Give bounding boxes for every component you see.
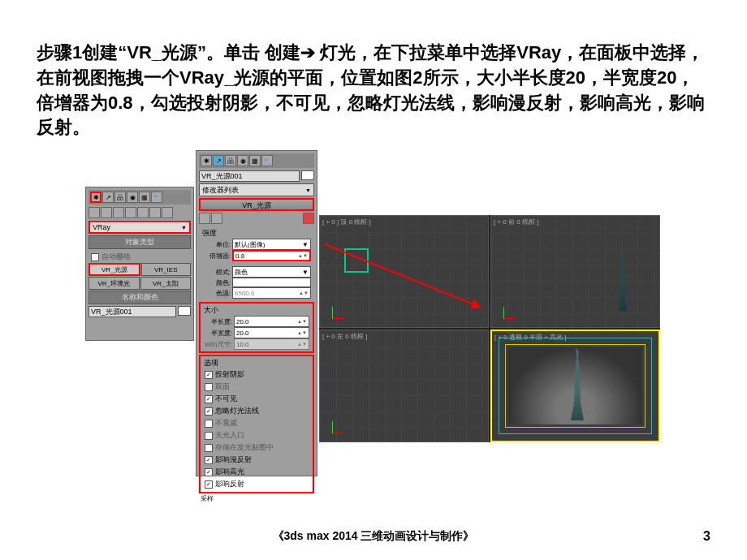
utilities-tab2-icon[interactable]: 🔧 (261, 155, 273, 166)
cast-shadow-row[interactable]: ✓投射阴影 (202, 368, 311, 381)
temp-label: 色温: (202, 289, 231, 298)
no-decay-checkbox[interactable] (205, 420, 213, 428)
name-color-header: 名称和颜色 (89, 291, 191, 304)
affect-refl-row[interactable]: ✓影响反射 (202, 478, 311, 490)
object-name-input[interactable] (89, 306, 176, 317)
store-irr-checkbox[interactable] (205, 444, 213, 452)
cameras-icon[interactable] (125, 207, 136, 218)
invisible-checkbox[interactable]: ✓ (205, 395, 213, 403)
pin-icon[interactable] (199, 213, 210, 224)
display-tab2-icon[interactable]: ▦ (249, 155, 261, 166)
vr-ies-button[interactable]: VR_IES (141, 263, 192, 276)
motion-tab-icon[interactable]: ◉ (127, 192, 138, 203)
affect-diffuse-row[interactable]: ✓影响漫反射 (202, 454, 311, 466)
color-label: 颜色: (202, 278, 231, 287)
autogrid-row[interactable]: 自动栅格 (89, 251, 191, 263)
unit-dropdown[interactable]: 默认(图像)▼ (232, 239, 311, 250)
viewports: [ + 0 ] 顶 0 线框 ] [ + 0 前 0 线框 ] [ + 0 左 … (319, 215, 660, 442)
size-label: 大小 (202, 305, 311, 316)
create-panel: ✱ ↗ 品 ◉ ▦ 🔧 VRay▼ 对象类型 (85, 187, 194, 341)
store-irr-row[interactable]: 存储在发光贴图中 (202, 442, 311, 454)
invisible-row[interactable]: ✓不可见 (202, 393, 311, 405)
multiplier-input[interactable]: 0.8▲▼ (232, 250, 311, 261)
affect-spec-checkbox[interactable]: ✓ (205, 468, 213, 476)
screenshot-composite: ✱ ↗ 品 ◉ ▦ 🔧 VRay▼ 对象类型 (85, 150, 710, 476)
create-tab-icon[interactable]: ✱ (90, 192, 101, 203)
perspective-viewport[interactable]: [ + 0 透视 0 平滑 + 高光 ] (490, 330, 660, 442)
left-viewport[interactable]: [ + 0 左 0 线框 ] (319, 330, 489, 442)
shapes-icon[interactable] (101, 207, 112, 218)
geometry-icon[interactable] (89, 207, 100, 218)
hierarchy-tab2-icon[interactable]: 品 (225, 155, 236, 166)
systems-icon[interactable] (162, 207, 173, 218)
config-icon[interactable] (303, 213, 314, 224)
slide-title: 步骤1创建“VR_光源”。单击 创建➔ 灯光，在下拉菜单中选择VRay，在面板中… (37, 41, 710, 140)
multiplier-label: 倍增器: (202, 252, 231, 261)
hierarchy-tab-icon[interactable]: 品 (114, 192, 126, 203)
front-viewport[interactable]: [ + 0 前 0 线框 ] (490, 215, 660, 328)
lights-icon[interactable] (113, 207, 124, 218)
autogrid-checkbox[interactable] (91, 253, 99, 261)
modify-panel: ✱ ↗ 品 ◉ ▦ 🔧 修改器列表▼ VR_光源 (196, 150, 317, 476)
footer: 《3ds max 2014 三维动画设计与制作》 3 (0, 529, 747, 544)
halflen-label: 半长度: (204, 317, 232, 326)
main-tabs: ✱ ↗ 品 ◉ ▦ 🔧 (89, 190, 191, 205)
mod-name-input[interactable] (199, 170, 300, 182)
options-label: 选项 (202, 358, 311, 368)
renderer-dropdown[interactable]: VRay▼ (89, 221, 191, 234)
panel2-tabs: ✱ ↗ 品 ◉ ▦ 🔧 (199, 153, 314, 168)
ignore-normals-row[interactable]: ✓忽略灯光法线 (202, 405, 311, 417)
object-color-swatch[interactable] (178, 306, 191, 316)
utilities-tab-icon[interactable]: 🔧 (151, 192, 162, 203)
vr-light-button[interactable]: VR_光源 (89, 263, 140, 276)
mode-dropdown[interactable]: 颜色▼ (232, 266, 311, 278)
stack-icon[interactable] (211, 213, 222, 224)
mod-color-swatch[interactable] (301, 170, 314, 180)
sampling-label: 采样 (199, 494, 314, 503)
modifier-list-dropdown[interactable]: 修改器列表▼ (199, 183, 314, 196)
create-tab2-icon[interactable]: ✱ (201, 155, 212, 166)
motion-tab2-icon[interactable]: ◉ (237, 155, 248, 166)
helpers-icon[interactable] (137, 207, 149, 218)
halfwid-label: 半宽度: (204, 329, 232, 338)
skylight-row[interactable]: 天光入口 (202, 429, 311, 442)
double-sided-checkbox[interactable] (205, 383, 213, 391)
no-decay-row[interactable]: 不衰减 (202, 417, 311, 429)
affect-refl-checkbox[interactable]: ✓ (205, 480, 213, 489)
unit-label: 单位: (202, 240, 231, 249)
spacewarps-icon[interactable] (149, 207, 161, 218)
modify-tab-icon[interactable]: ↗ (102, 192, 114, 203)
cast-shadow-checkbox[interactable]: ✓ (205, 371, 213, 379)
category-tabs (89, 207, 191, 218)
page-number: 3 (703, 529, 710, 544)
halflen-input[interactable]: 20.0▲▼ (234, 316, 309, 327)
intensity-label: 强度 (201, 228, 313, 239)
stack-toolbar (199, 213, 314, 224)
vr-sun-button[interactable]: VR_太阳 (140, 277, 192, 290)
light-color-swatch[interactable] (232, 278, 311, 287)
double-sided-row[interactable]: 双面 (202, 381, 311, 393)
options-group: 选项 ✓投射阴影 双面 ✓不可见 ✓忽略灯光法线 不衰减 天光入口 存储在发光贴… (199, 355, 314, 493)
vr-ambient-button[interactable]: VR_环境光 (89, 277, 140, 290)
ignore-normals-checkbox[interactable]: ✓ (205, 407, 213, 416)
top-viewport[interactable]: [ + 0 ] 顶 0 线框 ] (319, 215, 489, 328)
affect-spec-row[interactable]: ✓影响高光 (202, 466, 311, 478)
wsize-input: 10.0▲▼ (234, 338, 309, 350)
modify-tab2-icon[interactable]: ↗ (213, 155, 224, 166)
vr-light-rollout[interactable]: VR_光源 (199, 198, 314, 211)
object-type-header: 对象类型 (89, 235, 191, 249)
display-tab-icon[interactable]: ▦ (139, 192, 150, 203)
halfwid-input[interactable]: 20.0▲▼ (234, 327, 309, 338)
skylight-checkbox[interactable] (205, 432, 213, 440)
affect-diffuse-checkbox[interactable]: ✓ (205, 456, 213, 464)
footer-title: 《3ds max 2014 三维动画设计与制作》 (273, 529, 475, 544)
wsize-label: W向尺寸: (204, 340, 232, 349)
mode-label: 模式: (202, 268, 231, 277)
temp-input[interactable]: 6500.0▲▼ (232, 287, 311, 299)
